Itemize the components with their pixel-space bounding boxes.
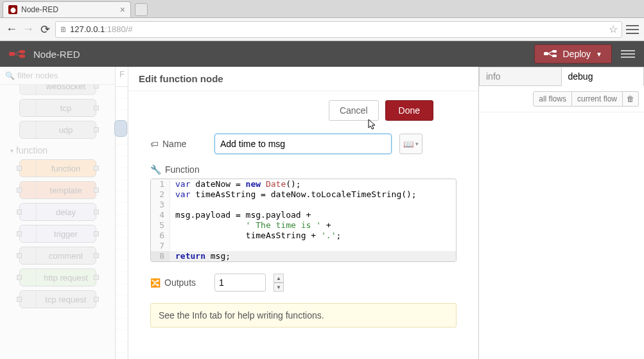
outputs-down-button[interactable]: ▼ xyxy=(274,283,284,292)
tab-info[interactable]: info xyxy=(479,67,562,86)
current-flow-button[interactable]: current flow xyxy=(572,91,623,107)
svg-rect-3 xyxy=(544,52,548,55)
code-line[interactable]: 2var timeAsString = dateNow.toLocaleTime… xyxy=(151,189,456,200)
filter-nodes-input[interactable]: 🔍 filter nodes xyxy=(0,67,115,85)
inject-node-stub[interactable] xyxy=(114,120,127,137)
code-line[interactable]: 6 timeAsString + '.'; xyxy=(151,231,456,241)
code-line[interactable]: 7 xyxy=(151,241,456,251)
deploy-label: Deploy xyxy=(563,49,591,59)
forward-icon: → xyxy=(22,23,35,36)
node-red-logo-icon xyxy=(9,49,27,58)
palette-node-function[interactable]: function xyxy=(19,159,96,177)
workspace-tab[interactable]: F xyxy=(119,69,125,79)
code-line[interactable]: 8return msg; xyxy=(151,251,456,261)
all-flows-button[interactable]: all flows xyxy=(533,91,572,107)
page-icon: 🗎 xyxy=(60,25,67,34)
url-path: :1880/# xyxy=(105,24,132,34)
editor-title: Edit function node xyxy=(128,67,478,91)
category-function[interactable]: ▾function xyxy=(10,145,105,155)
wrench-icon: 🔧 xyxy=(150,164,161,175)
tab-debug[interactable]: debug xyxy=(561,67,645,86)
name-input[interactable] xyxy=(214,134,392,154)
browser-tab[interactable]: ⬤ Node-RED × xyxy=(3,1,131,17)
outputs-up-button[interactable]: ▲ xyxy=(274,274,284,283)
code-editor[interactable]: 1var dateNow = new Date();2var timeAsStr… xyxy=(150,179,457,262)
svg-rect-0 xyxy=(9,52,15,56)
sidebar-panel: info debug all flows current flow 🗑 xyxy=(479,67,644,359)
filter-placeholder: filter nodes xyxy=(17,71,58,80)
app-title: Node-RED xyxy=(33,49,80,60)
code-line[interactable]: 4msg.payload = msg.payload + xyxy=(151,210,456,220)
browser-tab-strip: ⬤ Node-RED × xyxy=(0,0,644,18)
address-bar[interactable]: 🗎 127.0.0.1:1880/# ☆ xyxy=(55,21,622,38)
app-menu-icon[interactable] xyxy=(621,49,635,59)
palette-panel: 🔍 filter nodes websockettcpudp▾functionf… xyxy=(0,67,116,359)
close-tab-icon[interactable]: × xyxy=(120,4,125,15)
done-button[interactable]: Done xyxy=(385,100,433,121)
outputs-label: Outputs xyxy=(164,277,196,288)
chevron-down-icon: ▾ xyxy=(415,141,419,147)
search-icon: 🔍 xyxy=(5,71,15,80)
workspace-canvas[interactable]: F xyxy=(116,67,128,359)
app-header: Node-RED Deploy ▼ xyxy=(0,41,644,67)
edit-panel: Edit function node Cancel Done 🏷 Name 📖▾… xyxy=(128,67,479,359)
palette-node-tcp-request[interactable]: tcp request xyxy=(19,290,96,308)
deploy-button[interactable]: Deploy ▼ xyxy=(534,44,613,64)
back-icon[interactable]: ← xyxy=(5,23,18,36)
shuffle-icon: 🔀 xyxy=(150,278,161,288)
svg-rect-1 xyxy=(19,50,25,53)
browser-toolbar: ← → ⟳ 🗎 127.0.0.1:1880/# ☆ xyxy=(0,18,644,41)
deploy-icon xyxy=(544,50,558,58)
palette-node-comment[interactable]: comment xyxy=(19,247,96,265)
outputs-input[interactable] xyxy=(214,274,266,292)
palette-node-template[interactable]: template xyxy=(19,181,96,199)
info-hint: See the Info tab for help writing functi… xyxy=(150,303,457,328)
book-icon: 📖 xyxy=(403,139,414,149)
palette-node-trigger[interactable]: trigger xyxy=(19,225,96,243)
bookmark-star-icon[interactable]: ☆ xyxy=(609,23,618,35)
palette-node-websocket[interactable]: websocket xyxy=(19,85,96,95)
palette-node-delay[interactable]: delay xyxy=(19,203,96,221)
browser-tab-title: Node-RED xyxy=(21,5,58,14)
browser-menu-icon[interactable] xyxy=(626,24,639,35)
palette-node-tcp[interactable]: tcp xyxy=(19,99,96,117)
function-label: Function xyxy=(165,164,200,175)
chevron-down-icon: ▼ xyxy=(596,51,602,58)
name-label: Name xyxy=(162,139,186,149)
cancel-button[interactable]: Cancel xyxy=(329,100,379,121)
chevron-down-icon: ▾ xyxy=(10,147,13,154)
palette-node-udp[interactable]: udp xyxy=(19,121,96,139)
reload-icon[interactable]: ⟳ xyxy=(39,23,51,36)
favicon-icon: ⬤ xyxy=(8,5,17,14)
clear-debug-button[interactable]: 🗑 xyxy=(623,91,639,107)
svg-rect-4 xyxy=(552,50,557,53)
svg-rect-5 xyxy=(552,55,557,57)
code-line[interactable]: 3 xyxy=(151,200,456,210)
new-tab-button[interactable] xyxy=(135,3,148,16)
code-line[interactable]: 1var dateNow = new Date(); xyxy=(151,179,456,189)
library-button[interactable]: 📖▾ xyxy=(399,134,422,154)
svg-rect-2 xyxy=(19,55,25,58)
palette-node-http-request[interactable]: http request xyxy=(19,268,96,286)
url-host: 127.0.0.1 xyxy=(70,24,105,34)
trash-icon: 🗑 xyxy=(627,94,634,103)
tag-icon: 🏷 xyxy=(150,139,159,149)
code-line[interactable]: 5 ' The time is ' + xyxy=(151,220,456,231)
